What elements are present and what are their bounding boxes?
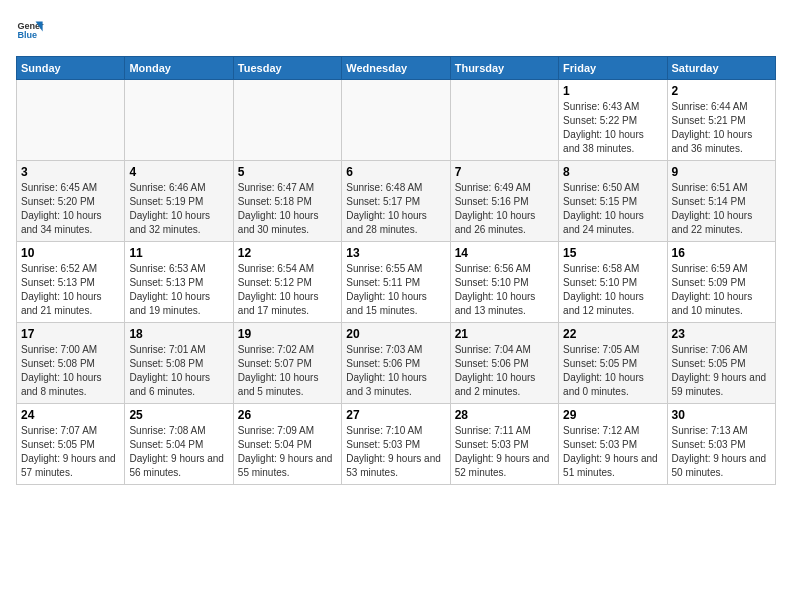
calendar-cell [450, 80, 558, 161]
calendar-cell: 14Sunrise: 6:56 AMSunset: 5:10 PMDayligh… [450, 242, 558, 323]
day-info: Sunrise: 6:47 AMSunset: 5:18 PMDaylight:… [238, 181, 337, 237]
calendar-cell: 12Sunrise: 6:54 AMSunset: 5:12 PMDayligh… [233, 242, 341, 323]
calendar-cell: 13Sunrise: 6:55 AMSunset: 5:11 PMDayligh… [342, 242, 450, 323]
calendar-table: SundayMondayTuesdayWednesdayThursdayFrid… [16, 56, 776, 485]
day-header: Sunday [17, 57, 125, 80]
day-number: 25 [129, 408, 228, 422]
day-info: Sunrise: 7:00 AMSunset: 5:08 PMDaylight:… [21, 343, 120, 399]
logo: General Blue [16, 16, 44, 44]
calendar-cell: 20Sunrise: 7:03 AMSunset: 5:06 PMDayligh… [342, 323, 450, 404]
day-number: 12 [238, 246, 337, 260]
day-number: 20 [346, 327, 445, 341]
day-header: Friday [559, 57, 667, 80]
calendar-cell: 5Sunrise: 6:47 AMSunset: 5:18 PMDaylight… [233, 161, 341, 242]
day-number: 26 [238, 408, 337, 422]
page-header: General Blue [16, 16, 776, 44]
calendar-cell: 1Sunrise: 6:43 AMSunset: 5:22 PMDaylight… [559, 80, 667, 161]
day-info: Sunrise: 7:06 AMSunset: 5:05 PMDaylight:… [672, 343, 771, 399]
calendar-cell [125, 80, 233, 161]
day-info: Sunrise: 6:49 AMSunset: 5:16 PMDaylight:… [455, 181, 554, 237]
calendar-cell: 22Sunrise: 7:05 AMSunset: 5:05 PMDayligh… [559, 323, 667, 404]
day-number: 15 [563, 246, 662, 260]
day-number: 10 [21, 246, 120, 260]
day-header: Monday [125, 57, 233, 80]
calendar-cell: 23Sunrise: 7:06 AMSunset: 5:05 PMDayligh… [667, 323, 775, 404]
day-info: Sunrise: 7:13 AMSunset: 5:03 PMDaylight:… [672, 424, 771, 480]
calendar-cell: 9Sunrise: 6:51 AMSunset: 5:14 PMDaylight… [667, 161, 775, 242]
day-number: 14 [455, 246, 554, 260]
calendar-cell: 10Sunrise: 6:52 AMSunset: 5:13 PMDayligh… [17, 242, 125, 323]
day-info: Sunrise: 6:55 AMSunset: 5:11 PMDaylight:… [346, 262, 445, 318]
calendar-cell: 7Sunrise: 6:49 AMSunset: 5:16 PMDaylight… [450, 161, 558, 242]
calendar-cell: 29Sunrise: 7:12 AMSunset: 5:03 PMDayligh… [559, 404, 667, 485]
day-info: Sunrise: 6:50 AMSunset: 5:15 PMDaylight:… [563, 181, 662, 237]
day-info: Sunrise: 7:12 AMSunset: 5:03 PMDaylight:… [563, 424, 662, 480]
calendar-cell: 28Sunrise: 7:11 AMSunset: 5:03 PMDayligh… [450, 404, 558, 485]
day-info: Sunrise: 6:54 AMSunset: 5:12 PMDaylight:… [238, 262, 337, 318]
day-info: Sunrise: 7:08 AMSunset: 5:04 PMDaylight:… [129, 424, 228, 480]
calendar-cell [17, 80, 125, 161]
calendar-cell: 24Sunrise: 7:07 AMSunset: 5:05 PMDayligh… [17, 404, 125, 485]
day-info: Sunrise: 7:07 AMSunset: 5:05 PMDaylight:… [21, 424, 120, 480]
calendar-cell: 17Sunrise: 7:00 AMSunset: 5:08 PMDayligh… [17, 323, 125, 404]
day-number: 17 [21, 327, 120, 341]
day-info: Sunrise: 7:05 AMSunset: 5:05 PMDaylight:… [563, 343, 662, 399]
calendar-cell: 26Sunrise: 7:09 AMSunset: 5:04 PMDayligh… [233, 404, 341, 485]
day-number: 30 [672, 408, 771, 422]
day-info: Sunrise: 6:53 AMSunset: 5:13 PMDaylight:… [129, 262, 228, 318]
day-info: Sunrise: 6:46 AMSunset: 5:19 PMDaylight:… [129, 181, 228, 237]
day-info: Sunrise: 6:45 AMSunset: 5:20 PMDaylight:… [21, 181, 120, 237]
logo-icon: General Blue [16, 16, 44, 44]
day-number: 21 [455, 327, 554, 341]
day-info: Sunrise: 7:02 AMSunset: 5:07 PMDaylight:… [238, 343, 337, 399]
day-number: 13 [346, 246, 445, 260]
day-info: Sunrise: 7:04 AMSunset: 5:06 PMDaylight:… [455, 343, 554, 399]
calendar-week-row: 3Sunrise: 6:45 AMSunset: 5:20 PMDaylight… [17, 161, 776, 242]
calendar-cell: 19Sunrise: 7:02 AMSunset: 5:07 PMDayligh… [233, 323, 341, 404]
day-number: 23 [672, 327, 771, 341]
day-number: 7 [455, 165, 554, 179]
day-info: Sunrise: 7:11 AMSunset: 5:03 PMDaylight:… [455, 424, 554, 480]
day-number: 28 [455, 408, 554, 422]
day-info: Sunrise: 6:43 AMSunset: 5:22 PMDaylight:… [563, 100, 662, 156]
day-number: 6 [346, 165, 445, 179]
calendar-cell [342, 80, 450, 161]
calendar-cell: 16Sunrise: 6:59 AMSunset: 5:09 PMDayligh… [667, 242, 775, 323]
day-number: 5 [238, 165, 337, 179]
calendar-cell: 21Sunrise: 7:04 AMSunset: 5:06 PMDayligh… [450, 323, 558, 404]
calendar-cell: 25Sunrise: 7:08 AMSunset: 5:04 PMDayligh… [125, 404, 233, 485]
day-number: 3 [21, 165, 120, 179]
calendar-cell: 8Sunrise: 6:50 AMSunset: 5:15 PMDaylight… [559, 161, 667, 242]
calendar-week-row: 10Sunrise: 6:52 AMSunset: 5:13 PMDayligh… [17, 242, 776, 323]
day-number: 1 [563, 84, 662, 98]
day-header: Wednesday [342, 57, 450, 80]
day-info: Sunrise: 7:10 AMSunset: 5:03 PMDaylight:… [346, 424, 445, 480]
day-info: Sunrise: 7:09 AMSunset: 5:04 PMDaylight:… [238, 424, 337, 480]
calendar-week-row: 17Sunrise: 7:00 AMSunset: 5:08 PMDayligh… [17, 323, 776, 404]
day-info: Sunrise: 7:01 AMSunset: 5:08 PMDaylight:… [129, 343, 228, 399]
day-number: 22 [563, 327, 662, 341]
day-number: 9 [672, 165, 771, 179]
calendar-cell: 15Sunrise: 6:58 AMSunset: 5:10 PMDayligh… [559, 242, 667, 323]
day-number: 27 [346, 408, 445, 422]
calendar-cell [233, 80, 341, 161]
svg-text:Blue: Blue [17, 30, 37, 40]
day-header: Thursday [450, 57, 558, 80]
calendar-week-row: 1Sunrise: 6:43 AMSunset: 5:22 PMDaylight… [17, 80, 776, 161]
day-number: 19 [238, 327, 337, 341]
day-number: 29 [563, 408, 662, 422]
day-number: 11 [129, 246, 228, 260]
day-number: 2 [672, 84, 771, 98]
day-number: 4 [129, 165, 228, 179]
day-info: Sunrise: 6:48 AMSunset: 5:17 PMDaylight:… [346, 181, 445, 237]
day-info: Sunrise: 7:03 AMSunset: 5:06 PMDaylight:… [346, 343, 445, 399]
calendar-cell: 30Sunrise: 7:13 AMSunset: 5:03 PMDayligh… [667, 404, 775, 485]
calendar-cell: 11Sunrise: 6:53 AMSunset: 5:13 PMDayligh… [125, 242, 233, 323]
calendar-cell: 18Sunrise: 7:01 AMSunset: 5:08 PMDayligh… [125, 323, 233, 404]
calendar-cell: 3Sunrise: 6:45 AMSunset: 5:20 PMDaylight… [17, 161, 125, 242]
day-number: 24 [21, 408, 120, 422]
day-info: Sunrise: 6:59 AMSunset: 5:09 PMDaylight:… [672, 262, 771, 318]
calendar-cell: 4Sunrise: 6:46 AMSunset: 5:19 PMDaylight… [125, 161, 233, 242]
day-info: Sunrise: 6:51 AMSunset: 5:14 PMDaylight:… [672, 181, 771, 237]
day-info: Sunrise: 6:44 AMSunset: 5:21 PMDaylight:… [672, 100, 771, 156]
